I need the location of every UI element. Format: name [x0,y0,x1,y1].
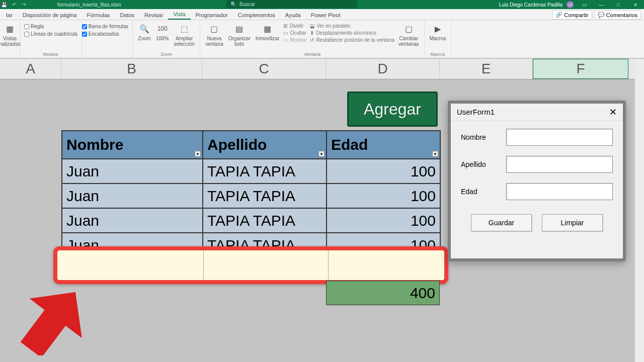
tab-insertar[interactable]: tar [1,11,18,20]
userform-titlebar[interactable]: UserForm1 ✕ [451,104,623,121]
highlighted-empty-row [53,246,448,284]
redo-icon[interactable]: ↷ [21,2,27,8]
arrow-icon [14,283,87,355]
comments-button[interactable]: 💬 Comentarios [594,10,641,20]
data-table: Nombre▾ Apellido▾ Edad▾ Juan TAPIA TAPIA… [61,130,441,251]
filter-icon[interactable]: ▾ [318,151,325,157]
titlebar: 💾 ↶ ↷ formulario_inserta_filas.xlsm 🔍 Bu… [0,0,644,9]
tab-programador[interactable]: Programador [191,11,233,20]
switch-windows-button[interactable]: ▢Cambiar ventanas [397,22,420,48]
check-encabezados[interactable]: Encabezados [82,31,128,37]
new-window-button[interactable]: ▢Nueva ventana [204,22,224,48]
tab-formulas[interactable]: Fórmulas [82,11,115,20]
header-nombre[interactable]: Nombre▾ [62,131,203,159]
search-box[interactable]: 🔍 Buscar [226,0,357,8]
freeze-icon: ▦ [262,23,274,35]
minimize-icon[interactable]: — [595,0,608,9]
zoom-selection-button[interactable]: ⬚Ampliar selección [173,22,196,48]
check-lineas[interactable]: Líneas de cuadrícula [24,31,77,37]
close-icon[interactable]: ✕ [629,0,642,9]
tab-disposicion[interactable]: Disposición de página [18,11,82,20]
cell-edad[interactable]: 100 [327,208,440,233]
agregar-button[interactable]: Agregar [347,92,438,127]
cell-nombre[interactable]: Juan [62,159,203,184]
reset-pos-button: ↺ Restablecer posición de la ventana [310,37,394,43]
search-placeholder: Buscar [239,2,255,7]
col-f[interactable]: F [533,59,628,79]
check-barra[interactable]: Barra de fórmulas [82,24,128,29]
userform-title: UserForm1 [457,108,495,116]
guardar-button[interactable]: Guardar [471,214,532,231]
header-apellido[interactable]: Apellido▾ [203,131,327,159]
scrollbar-vertical[interactable] [635,59,644,362]
ribbon-options-icon[interactable]: ▭ [578,0,591,9]
tab-powerpivot[interactable]: Power Pivot [306,11,346,20]
vistas-personalizadas-button[interactable]: ▦ Vistas nalizadas [4,22,16,48]
tab-revisar[interactable]: Revisar [139,11,168,20]
switch-icon: ▢ [403,23,415,35]
cell-nombre[interactable]: Juan [62,208,203,233]
macros-icon: ▶ [432,23,444,35]
check-regla[interactable]: Regla [24,24,77,29]
col-d[interactable]: D [326,59,440,79]
input-apellido[interactable] [506,156,613,173]
label-nombre: Nombre [461,133,500,141]
cell-edad[interactable]: 100 [327,184,440,208]
input-edad[interactable] [506,183,613,200]
table-row: Juan TAPIA TAPIA 100 [62,184,440,208]
hide-button[interactable]: ▭ Ocultar [283,30,307,36]
new-window-icon: ▢ [208,23,220,35]
filter-icon[interactable]: ▾ [195,151,201,157]
tab-complementos[interactable]: Complementos [233,11,280,20]
filter-icon[interactable]: ▾ [432,151,438,157]
limpiar-button[interactable]: Limpiar [542,214,603,231]
col-b[interactable]: B [61,59,202,79]
tab-ayuda[interactable]: Ayuda [280,11,306,20]
filename: formulario_inserta_filas.xlsm [57,2,121,8]
freeze-button[interactable]: ▦Inmovilizar [255,22,281,42]
undo-icon[interactable]: ↶ [11,2,17,8]
sync-scroll-button: ⬍ Desplazamiento sincrónico [310,30,394,36]
cell-apellido[interactable]: TAPIA TAPIA [203,208,327,233]
arrange-icon: ▤ [233,23,246,35]
label-apellido: Apellido [461,160,500,168]
split-button[interactable]: ⊞ Dividir [283,23,307,29]
ribbon-body: ▦ Vistas nalizadas Regla Líneas de cuadr… [0,20,644,58]
show-button[interactable]: ▭ Mostrar [283,37,307,43]
cell-nombre[interactable]: Juan [62,184,203,208]
zoom-100-button[interactable]: 100100% [155,22,170,42]
save-icon[interactable]: 💾 [1,2,7,8]
col-e[interactable]: E [440,59,533,79]
avatar[interactable]: LD [567,1,574,8]
column-headers: A B C D E F [0,58,644,79]
tab-datos[interactable]: Datos [115,11,139,20]
share-button[interactable]: 🔗 Compartir [552,10,592,20]
close-icon[interactable]: ✕ [609,107,617,118]
total-cell[interactable]: 400 [326,281,440,305]
search-icon: 🔍 [230,2,236,7]
tab-vista[interactable]: Vista [168,10,190,20]
zoom-icon: 🔍 [138,23,150,35]
table-header-row: Nombre▾ Apellido▾ Edad▾ [62,131,440,159]
views-icon: ▦ [4,23,16,35]
col-c[interactable]: C [202,59,326,79]
label-edad: Edad [461,188,500,196]
user-name: Luis Diego Cardenas Padilla [499,2,562,8]
zoom-sel-icon: ⬚ [178,23,190,35]
zoom-button[interactable]: 🔍Zoom [137,22,152,42]
cell-apellido[interactable]: TAPIA TAPIA [203,184,327,208]
col-a[interactable]: A [0,59,61,79]
macros-button[interactable]: ▶Macros [429,22,447,42]
table-row: Juan TAPIA TAPIA 100 [62,208,440,233]
svg-marker-0 [14,283,87,355]
ribbon-tabs: tar Disposición de página Fórmulas Datos… [0,9,644,20]
parallel-button: ⬓ Ver en paralelo [310,23,394,29]
cell-edad[interactable]: 100 [327,159,440,184]
percent-icon: 100 [156,23,169,35]
header-edad[interactable]: Edad▾ [327,131,440,159]
arrange-button[interactable]: ▤Organizar todo [227,22,252,48]
maximize-icon[interactable]: □ [612,0,625,9]
input-nombre[interactable] [506,129,613,146]
table-row: Juan TAPIA TAPIA 100 [62,159,440,184]
cell-apellido[interactable]: TAPIA TAPIA [203,159,327,184]
